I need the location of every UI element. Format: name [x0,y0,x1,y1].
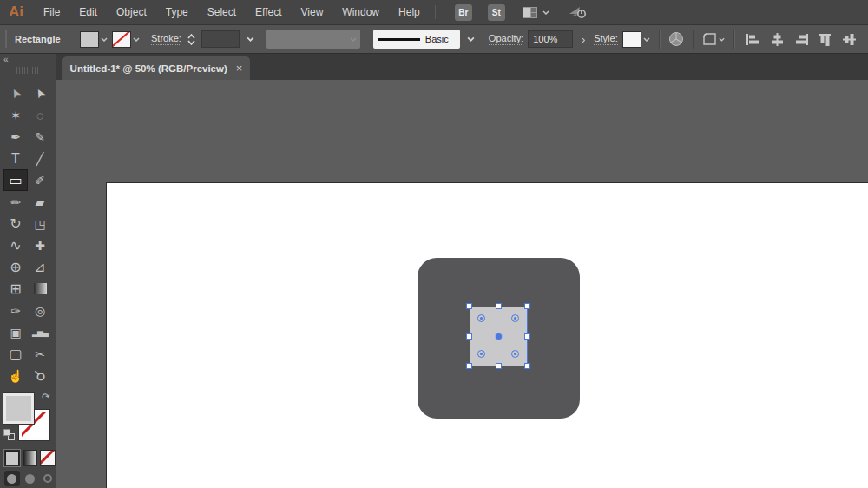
align-vertical-center-icon[interactable] [843,33,858,46]
selection-handle-se[interactable] [524,363,530,369]
stroke-width-stepper[interactable] [186,30,197,49]
perspective-grid-tool[interactable]: ⊿ [28,256,52,278]
rectangle-tool-selected[interactable]: ▭ [3,169,28,191]
scale-tool[interactable]: ◳ [28,213,52,234]
width-tool[interactable]: ∿ [3,234,28,256]
menu-edit[interactable]: Edit [69,0,107,24]
blend-tool[interactable]: ◎ [28,300,52,321]
menu-help[interactable]: Help [389,0,430,24]
bridge-button[interactable]: Br [455,4,472,21]
column-graph-tool[interactable]: ▂▅▃ [28,321,52,343]
draw-inside-mode-button[interactable] [40,471,56,486]
line-segment-tool[interactable]: ╱ [28,148,52,169]
fill-indicator[interactable] [3,393,34,424]
curvature-tool[interactable]: ✎ [28,126,52,148]
gradient-tool[interactable] [28,278,52,300]
brush-definition-dropdown-button[interactable] [464,30,477,48]
fill-stroke-indicator: ↷ [0,392,56,446]
document-tab[interactable]: Untitled-1* @ 50% (RGB/Preview) × [62,56,250,80]
fill-color-dropdown[interactable] [80,31,108,48]
default-fill-stroke-icon[interactable] [3,429,15,440]
symbol-sprayer-tool[interactable]: ▣ [3,321,28,343]
column-graph-icon: ▂▅▃ [32,328,48,337]
selection-handle-nw[interactable] [466,303,472,309]
recolor-artwork-button[interactable] [668,31,684,47]
selection-handle-w[interactable] [466,333,472,340]
toolbar-grip[interactable] [16,67,40,74]
corner-radius-widget[interactable] [477,314,485,322]
opacity-more-button[interactable]: › [577,30,589,48]
corner-radius-widget[interactable] [511,314,519,322]
selection-tool[interactable]: ➤ [3,82,28,104]
magic-wand-tool[interactable]: ✶ [3,104,28,126]
style-dropdown[interactable] [622,31,650,48]
corner-radius-widget[interactable] [511,350,519,358]
stroke-width-dropdown-button[interactable] [244,30,257,48]
menu-object[interactable]: Object [107,0,156,24]
style-swatch[interactable] [622,31,641,48]
canvas-pasteboard[interactable] [56,80,868,488]
magic-wand-icon: ✶ [10,109,21,122]
align-left-icon[interactable] [746,33,760,46]
menu-select[interactable]: Select [198,0,246,24]
stroke-width-field[interactable] [201,30,240,48]
draw-normal-mode-button[interactable] [4,471,20,486]
slice-tool[interactable]: ✂ [28,343,52,365]
stock-button[interactable]: St [488,4,505,21]
direct-selection-tool[interactable]: ➤ [28,82,52,104]
draw-normal-icon [7,474,16,484]
mesh-tool[interactable]: ⊞ [3,278,28,300]
menu-type[interactable]: Type [156,0,198,24]
gradient-button[interactable] [23,450,38,466]
selection-handle-s[interactable] [496,363,502,369]
selection-handle-sw[interactable] [466,363,472,369]
stepper-down-icon[interactable] [187,40,195,45]
blend-icon: ◎ [35,304,45,318]
eyedropper-tool[interactable]: ✑ [3,300,28,321]
menu-window[interactable]: Window [332,0,389,24]
artboard-tool[interactable]: ▢ [3,343,28,365]
selection-handle-n[interactable] [496,303,502,309]
selection-handle-e[interactable] [524,333,530,340]
opacity-panel-link[interactable]: Opacity: [489,33,523,45]
close-tab-icon[interactable]: × [236,62,243,75]
shape-properties-button[interactable] [702,32,725,46]
corner-radius-widget[interactable] [477,350,485,358]
color-button[interactable] [4,450,20,466]
gradient-icon [34,283,47,294]
paintbrush-tool[interactable]: ✐ [28,169,52,191]
gpu-performance-button[interactable] [569,6,588,19]
lasso-tool[interactable]: ◌ [28,104,52,126]
brush-definition-field[interactable]: Basic [373,30,460,49]
rectangle-icon: ▭ [9,172,22,188]
opacity-field[interactable]: 100% [528,30,573,48]
stepper-up-icon[interactable] [187,34,195,39]
type-tool[interactable]: T [3,148,28,169]
stroke-panel-link[interactable]: Stroke: [151,33,181,45]
workspace-switcher[interactable] [523,7,549,18]
puppet-warp-tool[interactable]: ✚ [28,234,52,256]
draw-behind-mode-button[interactable] [23,471,38,486]
none-button[interactable] [40,450,56,466]
menu-effect[interactable]: Effect [246,0,291,24]
rotate-tool[interactable]: ↻ [3,213,28,234]
center-anchor-point[interactable] [496,333,502,340]
menu-file[interactable]: File [34,0,69,24]
fill-color-swatch[interactable] [80,31,99,48]
hand-tool[interactable]: ☝ [3,365,28,386]
pen-tool[interactable]: ✒ [3,126,28,148]
pencil-tool[interactable]: ✏ [3,191,28,213]
eraser-tool[interactable]: ▰ [28,191,52,213]
stroke-color-dropdown[interactable] [112,31,140,48]
stroke-color-swatch-none[interactable] [112,31,131,48]
style-panel-link[interactable]: Style: [594,33,618,45]
menu-view[interactable]: View [292,0,333,24]
shape-builder-tool[interactable]: ⊕ [3,256,28,278]
swap-fill-stroke-icon[interactable]: ↷ [40,390,52,405]
selection-handle-ne[interactable] [524,303,530,309]
align-horizontal-center-icon[interactable] [770,33,785,46]
align-top-icon[interactable] [819,33,833,46]
zoom-tool[interactable]: ⚲ [28,365,52,386]
collapse-panel-button[interactable]: « [3,55,8,64]
align-right-icon[interactable] [794,33,809,46]
